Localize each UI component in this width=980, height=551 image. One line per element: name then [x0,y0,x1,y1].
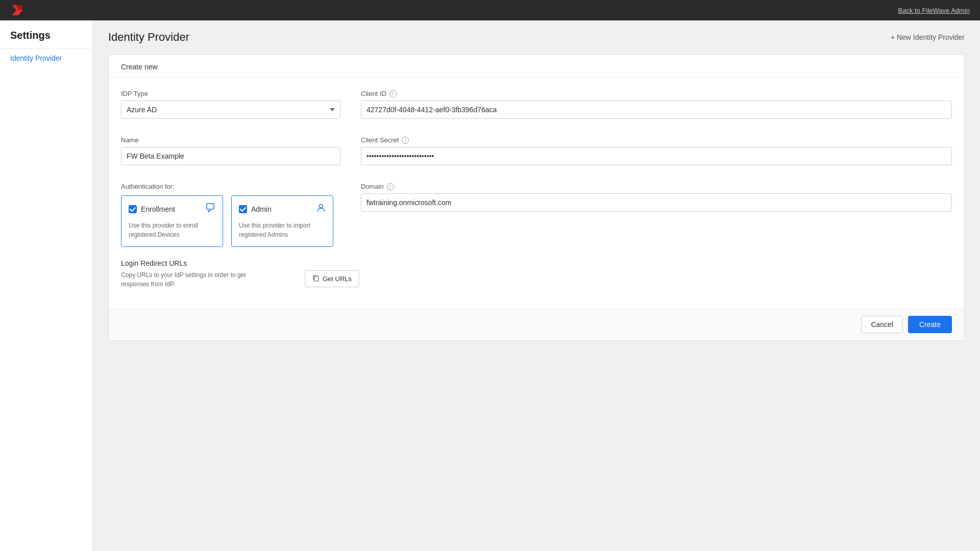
page-title: Identity Provider [108,31,189,44]
enrollment-card-header: Enrollment [129,203,215,215]
form-row-3: Authentication for: Enrollment [121,183,952,247]
client-secret-label: Client Secret i [361,136,952,144]
svg-rect-4 [314,277,318,281]
admin-title-row: Admin [239,205,272,213]
card-footer: Cancel Create [109,308,964,340]
client-secret-group: Client Secret i [361,136,952,165]
admin-auth-card[interactable]: Admin [231,195,333,247]
idp-type-select[interactable]: Azure AD LDAP SAML [121,101,340,119]
admin-card-header: Admin [239,203,326,215]
svg-rect-2 [207,204,214,209]
domain-label: Domain i [361,183,952,190]
get-urls-button[interactable]: Get URLs [305,270,359,287]
form-col-left-1: IDP Type Azure AD LDAP SAML [121,90,340,127]
topbar: Back to FileWave Admin [0,0,980,20]
client-id-input[interactable] [361,101,952,119]
form-col-left-3: Authentication for: Enrollment [121,183,340,247]
admin-card-desc: Use this provider to import registered A… [239,221,326,239]
admin-card-title: Admin [251,205,272,213]
idp-type-label: IDP Type [121,90,340,97]
client-secret-info-icon[interactable]: i [402,137,409,144]
form-col-right-3: Domain i [361,183,952,247]
client-id-info-icon[interactable]: i [389,90,397,97]
sidebar-title: Settings [0,20,92,49]
enrollment-title-row: Enrollment [129,205,175,213]
layout: Settings Identity Provider Identity Prov… [0,20,980,551]
domain-input[interactable] [361,193,952,212]
auth-cards-container: Enrollment [121,195,340,247]
enrollment-checkbox[interactable] [129,205,137,213]
login-redirect-section: Login Redirect URLs Copy URLs to your Id… [121,259,952,296]
create-new-card: Create new IDP Type Azure AD LDAP SAML [108,54,965,341]
app-logo [10,3,24,17]
form-col-right-2: Client Secret i [361,136,952,173]
sidebar: Settings Identity Provider [0,20,93,551]
create-button[interactable]: Create [908,316,952,333]
copy-icon [312,274,320,283]
admin-checkbox[interactable] [239,205,247,213]
back-to-admin-link[interactable]: Back to FileWave Admin [898,7,970,14]
domain-group: Domain i [361,183,952,212]
client-secret-input[interactable] [361,147,952,165]
name-label: Name [121,136,340,144]
idp-type-group: IDP Type Azure AD LDAP SAML [121,90,340,119]
form-row-2: Name Client Secret i [121,136,952,173]
main-content: Identity Provider + New Identity Provide… [93,20,980,551]
client-id-group: Client ID i [361,90,952,119]
form-col-left-2: Name [121,136,340,173]
card-body: IDP Type Azure AD LDAP SAML [109,78,964,308]
main-header: Identity Provider + New Identity Provide… [108,31,965,44]
name-input[interactable] [121,147,340,165]
name-group: Name [121,136,340,165]
svg-point-3 [320,205,323,208]
form-row-1: IDP Type Azure AD LDAP SAML [121,90,952,127]
enrollment-card-desc: Use this provider to enroll registered D… [129,221,215,239]
admin-icon [316,203,326,215]
new-identity-provider-button[interactable]: + New Identity Provider [891,33,965,41]
client-id-label: Client ID i [361,90,952,97]
redirect-desc: Copy URLs to your IdP settings in order … [121,270,264,289]
enrollment-icon [206,203,215,215]
form-col-right-1: Client ID i [361,90,952,127]
cancel-button[interactable]: Cancel [861,316,903,333]
card-header: Create new [109,55,964,78]
enrollment-auth-card[interactable]: Enrollment [121,195,223,247]
auth-for-label: Authentication for: [121,183,340,190]
domain-info-icon[interactable]: i [387,183,394,190]
redirect-title: Login Redirect URLs [121,259,952,267]
sidebar-item-identity-provider[interactable]: Identity Provider [0,49,92,67]
enrollment-card-title: Enrollment [141,205,175,213]
